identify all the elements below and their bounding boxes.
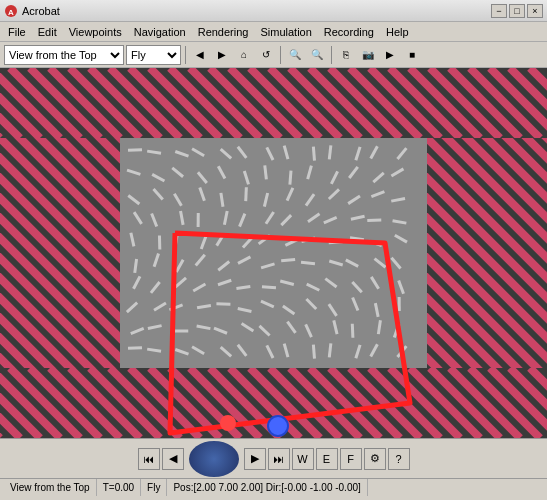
zoom-out-button[interactable]: 🔍 bbox=[307, 45, 327, 65]
menu-rendering[interactable]: Rendering bbox=[192, 24, 255, 40]
maximize-button[interactable]: □ bbox=[509, 4, 525, 18]
stop-button[interactable]: ■ bbox=[402, 45, 422, 65]
copy-button[interactable]: ⎘ bbox=[336, 45, 356, 65]
nav-wheel[interactable] bbox=[189, 441, 239, 477]
status-pos: Pos:[2.00 7.00 2.00] Dir:[-0.00 -1.00 -0… bbox=[167, 479, 367, 496]
viewport bbox=[0, 68, 547, 438]
menu-viewpoints[interactable]: Viewpoints bbox=[63, 24, 128, 40]
nav-forward-button[interactable]: ▶ bbox=[244, 448, 266, 470]
nav-f-button[interactable]: F bbox=[340, 448, 362, 470]
toolbar: View from the Top Fly ◀ ▶ ⌂ ↺ 🔍 🔍 ⎘ 📷 ▶ … bbox=[0, 42, 547, 68]
nav-fastforward-button[interactable]: ⏭ bbox=[268, 448, 290, 470]
zoom-in-button[interactable]: 🔍 bbox=[285, 45, 305, 65]
menu-simulation[interactable]: Simulation bbox=[254, 24, 317, 40]
menu-edit[interactable]: Edit bbox=[32, 24, 63, 40]
menu-help[interactable]: Help bbox=[380, 24, 415, 40]
nav-w-button[interactable]: W bbox=[292, 448, 314, 470]
status-mode: Fly bbox=[141, 479, 167, 496]
minimize-button[interactable]: − bbox=[491, 4, 507, 18]
scene-canvas bbox=[0, 68, 547, 438]
nav-settings-button[interactable]: ⚙ bbox=[364, 448, 386, 470]
screenshot-button[interactable]: 📷 bbox=[358, 45, 378, 65]
nav-help-button[interactable]: ? bbox=[388, 448, 410, 470]
app-icon bbox=[4, 4, 18, 18]
nav-arrow-left-button[interactable]: ◀ bbox=[190, 45, 210, 65]
menu-recording[interactable]: Recording bbox=[318, 24, 380, 40]
menu-file[interactable]: File bbox=[2, 24, 32, 40]
nav-reset-button[interactable]: ↺ bbox=[256, 45, 276, 65]
title-bar-left: Acrobat bbox=[4, 4, 60, 18]
status-time: T=0.00 bbox=[97, 479, 141, 496]
status-view: View from the Top bbox=[4, 479, 97, 496]
title-bar: Acrobat − □ × bbox=[0, 0, 547, 22]
nav-home-button[interactable]: ⌂ bbox=[234, 45, 254, 65]
menu-navigation[interactable]: Navigation bbox=[128, 24, 192, 40]
nav-arrow-right-button[interactable]: ▶ bbox=[212, 45, 232, 65]
fly-select[interactable]: Fly bbox=[126, 45, 181, 65]
nav-back-button[interactable]: ◀ bbox=[162, 448, 184, 470]
close-button[interactable]: × bbox=[527, 4, 543, 18]
title-text: Acrobat bbox=[22, 5, 60, 17]
bottom-nav: ⏮ ◀ ▶ ⏭ W E F ⚙ ? bbox=[0, 438, 547, 478]
play-button[interactable]: ▶ bbox=[380, 45, 400, 65]
toolbar-separator-3 bbox=[331, 46, 332, 64]
toolbar-separator-2 bbox=[280, 46, 281, 64]
view-select[interactable]: View from the Top bbox=[4, 45, 124, 65]
nav-e-button[interactable]: E bbox=[316, 448, 338, 470]
menu-bar: File Edit Viewpoints Navigation Renderin… bbox=[0, 22, 547, 42]
title-bar-buttons[interactable]: − □ × bbox=[491, 4, 543, 18]
status-bar: View from the Top T=0.00 Fly Pos:[2.00 7… bbox=[0, 478, 547, 496]
toolbar-separator-1 bbox=[185, 46, 186, 64]
nav-rewind-button[interactable]: ⏮ bbox=[138, 448, 160, 470]
